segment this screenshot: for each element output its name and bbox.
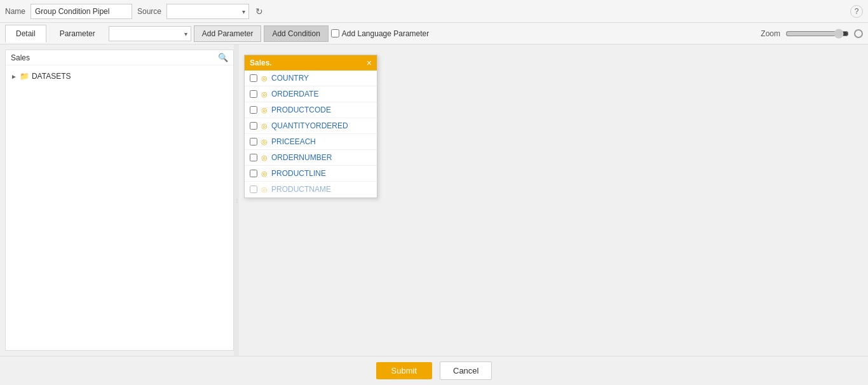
field-name-label: PRICEEACH (271, 137, 316, 146)
field-type-icon: ◎ (261, 154, 268, 162)
zoom-circle-icon (854, 29, 863, 38)
tab-dropdown-wrapper (109, 26, 191, 41)
field-name-label: ORDERDATE (271, 90, 318, 98)
field-type-icon: ◎ (261, 90, 268, 98)
popup-close-button[interactable]: × (367, 58, 372, 67)
field-type-icon: ◎ (261, 170, 268, 178)
top-bar: Name Source ↻ ? (0, 0, 868, 23)
zoom-label: Zoom (761, 29, 780, 38)
field-item[interactable]: ◎PRICEEACH (245, 134, 377, 150)
bottom-bar: Submit Cancel (0, 356, 868, 385)
field-name-label: ORDERNUMBER (271, 153, 332, 162)
field-item[interactable]: ◎PRODUCTNAME (245, 182, 377, 198)
field-name-label: PRODUCTCODE (271, 105, 331, 114)
name-input[interactable] (31, 4, 132, 19)
field-type-icon: ◎ (261, 74, 268, 83)
field-type-icon: ◎ (261, 106, 268, 114)
field-item[interactable]: ◎ORDERNUMBER (245, 150, 377, 166)
zoom-slider[interactable] (785, 29, 849, 39)
zoom-area: Zoom (761, 29, 863, 39)
add-language-checkbox[interactable] (331, 29, 339, 37)
tab-detail[interactable]: Detail (5, 25, 46, 43)
popup-header: Sales. × (245, 55, 377, 71)
field-checkbox-productcode[interactable] (250, 106, 257, 114)
submit-button[interactable]: Submit (376, 362, 432, 379)
field-checkbox-country[interactable] (250, 74, 257, 82)
field-item[interactable]: ◎ORDERDATE (245, 86, 377, 102)
datasets-item[interactable]: ► 📁 DATASETS (11, 71, 228, 82)
tree-arrow-icon: ► (11, 73, 17, 80)
field-checkbox-orderdate[interactable] (250, 90, 257, 98)
name-label: Name (5, 7, 25, 16)
field-type-icon: ◎ (261, 122, 268, 130)
field-checkbox-quantityordered[interactable] (250, 122, 257, 130)
refresh-button[interactable]: ↻ (254, 5, 264, 18)
field-name-label: QUANTITYORDERED (271, 121, 348, 130)
tab-parameter[interactable]: Parameter (49, 25, 106, 42)
add-condition-button[interactable]: Add Condition (264, 25, 328, 42)
field-type-icon: ◎ (261, 186, 268, 194)
resizer-dots: ⋮ (234, 198, 239, 203)
help-button[interactable]: ? (850, 5, 863, 18)
field-item[interactable]: ◎QUANTITYORDERED (245, 118, 377, 134)
tree-area: ► 📁 DATASETS (6, 65, 233, 350)
datasets-label: DATASETS (32, 72, 71, 81)
cancel-button[interactable]: Cancel (440, 361, 492, 380)
field-name-label: PRODUCTLINE (271, 169, 326, 178)
popup-body: ◎COUNTRY◎ORDERDATE◎PRODUCTCODE◎QUANTITYO… (245, 71, 377, 198)
popup-title: Sales. (250, 58, 272, 67)
field-popup: Sales. × ◎COUNTRY◎ORDERDATE◎PRODUCTCODE◎… (244, 55, 377, 198)
left-panel: 🔍 ► 📁 DATASETS (5, 50, 234, 351)
main-container: Name Source ↻ ? Detail Parameter Add Par… (0, 0, 868, 385)
add-language-label[interactable]: Add Language Parameter (331, 29, 429, 38)
field-checkbox-priceeach[interactable] (250, 138, 257, 145)
search-icon: 🔍 (218, 53, 228, 62)
source-select[interactable] (166, 4, 249, 19)
search-input[interactable] (11, 53, 218, 62)
search-bar: 🔍 (6, 50, 233, 65)
field-item[interactable]: ◎COUNTRY (245, 71, 377, 86)
field-name-label: COUNTRY (271, 74, 309, 83)
source-wrapper (166, 4, 249, 19)
right-panel: Sales. × ◎COUNTRY◎ORDERDATE◎PRODUCTCODE◎… (239, 50, 863, 351)
folder-icon: 📁 (20, 72, 29, 81)
field-item[interactable]: ◎PRODUCTCODE (245, 102, 377, 118)
field-checkbox-productname[interactable] (250, 186, 257, 193)
field-type-icon: ◎ (261, 138, 268, 146)
content-area: 🔍 ► 📁 DATASETS ⋮ Sales. × (0, 44, 868, 356)
tab-dropdown[interactable] (109, 26, 191, 41)
field-name-label: PRODUCTNAME (271, 185, 331, 194)
field-checkbox-ordernumber[interactable] (250, 154, 257, 161)
field-item[interactable]: ◎PRODUCTLINE (245, 166, 377, 182)
source-label: Source (137, 7, 161, 16)
add-language-text: Add Language Parameter (342, 29, 429, 38)
field-checkbox-productline[interactable] (250, 170, 257, 177)
add-parameter-button[interactable]: Add Parameter (194, 25, 262, 42)
tab-bar: Detail Parameter Add Parameter Add Condi… (0, 23, 868, 44)
resizer[interactable]: ⋮ (234, 44, 239, 356)
